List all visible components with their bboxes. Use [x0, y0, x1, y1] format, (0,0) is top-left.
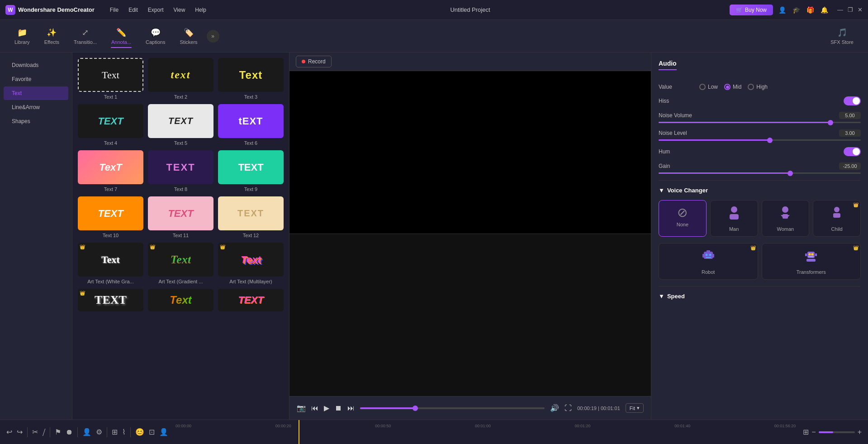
close-button[interactable]: ✕ — [858, 6, 863, 13]
record-button[interactable]: Record — [296, 56, 332, 67]
sidebar-item-favorite[interactable]: Favorite — [4, 72, 68, 86]
text-item-10[interactable]: TEXT Text 10 — [78, 196, 143, 238]
noise-level-track[interactable] — [659, 139, 861, 141]
main-layout: Downloads Favorite Text Line&Arrow Shape… — [0, 53, 868, 420]
fullscreen-icon[interactable]: ⛶ — [564, 404, 572, 412]
sidebar-item-shapes[interactable]: Shapes — [4, 115, 68, 128]
radio-high[interactable]: High — [748, 84, 768, 90]
fx-icon[interactable]: ⚙ — [96, 428, 102, 436]
next-frame-icon[interactable]: ⏭ — [347, 404, 355, 412]
text-item-art6[interactable]: TEXT — [218, 289, 284, 314]
hiss-row: Hiss — [659, 96, 861, 105]
time-display: 00:00:19 | 00:01:01 — [577, 406, 620, 411]
sfx-store-button[interactable]: 🎵 SFX Store — [823, 25, 861, 48]
graduation-icon[interactable]: 🎓 — [792, 6, 800, 14]
radio-mid[interactable]: Mid — [724, 84, 741, 90]
trim-icon[interactable]: ✂ — [32, 428, 38, 436]
snap-icon[interactable]: ⊞ — [112, 428, 118, 436]
vc-none[interactable]: ⊘ None — [659, 200, 707, 237]
text-item-11[interactable]: TEXT Text 11 — [148, 196, 213, 238]
play-icon[interactable]: ▶ — [324, 404, 329, 412]
vc-child[interactable]: 👑 Child — [813, 200, 861, 237]
vc-woman[interactable]: Woman — [762, 200, 810, 237]
speed-section[interactable]: ▼ Speed — [659, 293, 861, 300]
toolbar-stickers[interactable]: 🏷️ Stickers — [172, 25, 204, 48]
zoom-out-icon[interactable]: − — [811, 428, 816, 436]
avatar-icon[interactable]: 👤 — [82, 428, 91, 436]
user-icon[interactable]: 👤 — [778, 6, 786, 14]
toolbar-library[interactable]: 📁 Library — [7, 25, 37, 48]
audio-tab[interactable]: Audio — [659, 60, 677, 70]
text-item-art2[interactable]: 👑 Text Art Text (Gradient ... — [148, 243, 213, 284]
radio-group: Low Mid High — [699, 84, 768, 90]
toolbar-expand-button[interactable]: » — [207, 30, 219, 43]
sidebar-item-text[interactable]: Text — [4, 86, 68, 100]
redo-icon[interactable]: ↪ — [17, 428, 23, 436]
user-badge-icon[interactable]: 👤 — [159, 428, 168, 436]
hum-toggle[interactable] — [844, 147, 861, 156]
toolbar-annotations[interactable]: ✏️ Annota... — [104, 25, 138, 48]
text-item-2[interactable]: text Text 2 — [148, 58, 213, 100]
text-item-8[interactable]: TEXT Text 8 — [148, 150, 213, 192]
vc-robot[interactable]: 👑 Robot — [659, 243, 758, 280]
app-name: Wondershare DemoCreator — [18, 6, 95, 13]
minimize-button[interactable]: — — [837, 6, 843, 13]
screenshot-icon[interactable]: 📷 — [297, 404, 306, 412]
text-item-6[interactable]: tEXT Text 6 — [218, 104, 284, 146]
zoom-in-icon[interactable]: + — [858, 428, 862, 436]
zoom-slider[interactable] — [819, 431, 855, 433]
undo-icon[interactable]: ↩ — [6, 428, 12, 436]
text-item-5[interactable]: TEXT Text 5 — [148, 104, 213, 146]
marker-4: 00:01:20 — [575, 424, 591, 428]
vc-man[interactable]: Man — [710, 200, 758, 237]
app-logo: W Wondershare DemoCreator — [5, 5, 95, 15]
progress-bar[interactable] — [360, 407, 545, 409]
text5-label: Text 5 — [148, 140, 213, 146]
sidebar-item-downloads[interactable]: Downloads — [4, 58, 68, 72]
text-item-art4[interactable]: 👑 TEXT — [78, 289, 143, 314]
buy-now-button[interactable]: 🛒 Buy Now — [730, 5, 773, 15]
menu-help[interactable]: Help — [190, 5, 211, 15]
pip-icon[interactable]: ⊡ — [149, 428, 155, 436]
text-item-art5[interactable]: Text — [148, 289, 213, 314]
menu-export[interactable]: Export — [143, 5, 168, 15]
toolbar-transitions[interactable]: ⤢ Transitio... — [66, 25, 104, 48]
text-item-9[interactable]: TEXT Text 9 — [218, 150, 284, 192]
text-item-7[interactable]: TexT Text 7 — [78, 150, 143, 192]
gain-track[interactable] — [659, 172, 861, 174]
radio-low[interactable]: Low — [699, 84, 718, 90]
add-track-icon[interactable]: ⊞ — [803, 428, 809, 436]
lock-icon[interactable]: ⌇ — [122, 428, 126, 436]
split-icon[interactable]: ⧸ — [43, 428, 45, 436]
maximize-button[interactable]: ❐ — [848, 6, 853, 13]
toolbar-captions[interactable]: 💬 Captions — [138, 25, 172, 48]
toolbar-effects[interactable]: ✨ Effects — [37, 25, 66, 48]
marker-icon[interactable]: ⚑ — [55, 428, 61, 436]
text-item-12[interactable]: TEXT Text 12 — [218, 196, 284, 238]
record-small-icon[interactable]: ⏺ — [66, 428, 73, 436]
stop-icon[interactable]: ⏹ — [335, 404, 342, 412]
bell-icon[interactable]: 🔔 — [821, 6, 828, 14]
menu-file[interactable]: File — [105, 5, 123, 15]
text1-label: Text 1 — [78, 94, 143, 100]
text-item-4[interactable]: TEXT Text 4 — [78, 104, 143, 146]
emoji-icon[interactable]: 😊 — [135, 428, 144, 436]
playhead[interactable] — [299, 420, 299, 444]
text-item-art3[interactable]: 👑 Text Art Text (Multilayer) — [218, 243, 284, 284]
text-item-1[interactable]: Text Text 1 — [78, 58, 143, 100]
vc-transformers[interactable]: 👑 Transformers — [762, 243, 861, 280]
menu-view[interactable]: View — [169, 5, 190, 15]
app-logo-icon: W — [5, 5, 15, 15]
text-item-3[interactable]: Text Text 3 — [218, 58, 284, 100]
volume-icon[interactable]: 🔊 — [550, 404, 559, 412]
noise-volume-track[interactable] — [659, 122, 861, 123]
vc-woman-icon — [765, 205, 806, 224]
sidebar-item-line-arrow[interactable]: Line&Arrow — [4, 100, 68, 114]
voice-changer-section[interactable]: ▼ Voice Changer — [659, 187, 861, 194]
fit-button[interactable]: Fit ▾ — [626, 403, 644, 413]
text-item-art1[interactable]: 👑 Text Art Text (White Gra... — [78, 243, 143, 284]
hiss-toggle[interactable] — [844, 96, 861, 105]
gift-icon[interactable]: 🎁 — [806, 6, 814, 14]
prev-frame-icon[interactable]: ⏮ — [311, 404, 318, 412]
menu-edit[interactable]: Edit — [124, 5, 142, 15]
